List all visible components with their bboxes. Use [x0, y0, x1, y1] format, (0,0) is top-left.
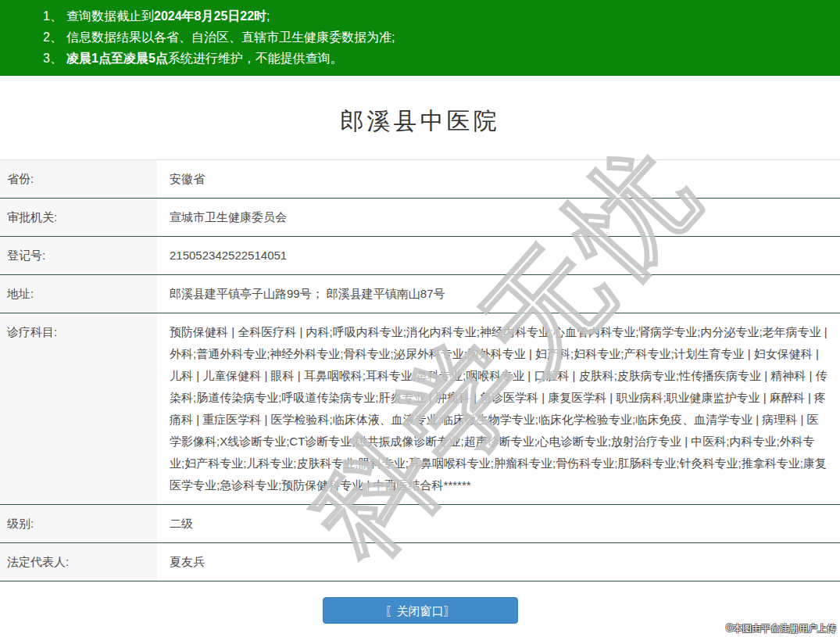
row-label: 地址:: [0, 275, 158, 313]
table-row-legal-representative: 法定代表人: 夏友兵: [0, 543, 840, 582]
table-row-province: 省份: 安徽省: [0, 160, 840, 199]
upload-credit-watermark: ©本图由平台注册用户上传: [726, 622, 836, 635]
row-value: 预防保健科 | 全科医疗科 | 内科;呼吸内科专业;消化内科专业;神经内科专业;…: [158, 313, 840, 504]
row-value: 二级: [158, 505, 840, 542]
table-row-address: 地址: 郎溪县建平镇亭子山路99号； 郎溪县建平镇南山87号: [0, 275, 840, 313]
notice-bar: 1、 查询数据截止到2024年8月25日22时; 2、 信息数据结果以各省、自治…: [0, 0, 840, 76]
notice-text: 凌晨1点至凌晨5点系统进行维护，不能提供查询。: [66, 48, 343, 69]
row-label: 省份:: [0, 160, 158, 198]
notice-line-1: 1、 查询数据截止到2024年8月25日22时;: [43, 5, 832, 27]
row-label: 法定代表人:: [0, 543, 158, 581]
row-label: 登记号:: [0, 237, 158, 274]
row-label: 审批机关:: [0, 199, 158, 236]
row-value: 215052342522514051: [158, 237, 840, 274]
button-row: 〖关闭窗口〗: [0, 597, 840, 624]
hospital-info-table: 省份: 安徽省 审批机关: 宣城市卫生健康委员会 登记号: 2150523425…: [0, 159, 840, 582]
page-title: 郎溪县中医院: [0, 106, 840, 138]
table-row-departments: 诊疗科目: 预防保健科 | 全科医疗科 | 内科;呼吸内科专业;消化内科专业;神…: [0, 313, 840, 505]
close-window-button[interactable]: 〖关闭窗口〗: [323, 597, 518, 624]
row-value: 宣城市卫生健康委员会: [158, 199, 840, 236]
notice-number: 3、: [43, 48, 66, 69]
row-value: 安徽省: [158, 160, 840, 198]
notice-text: 信息数据结果以各省、自治区、直辖市卫生健康委数据为准;: [66, 27, 395, 48]
row-value: 夏友兵: [158, 543, 840, 581]
table-row-registration-number: 登记号: 215052342522514051: [0, 237, 840, 275]
notice-line-3: 3、 凌晨1点至凌晨5点系统进行维护，不能提供查询。: [43, 48, 832, 69]
table-row-approval-authority: 审批机关: 宣城市卫生健康委员会: [0, 199, 840, 237]
row-label: 级别:: [0, 505, 158, 542]
notice-text: 查询数据截止到2024年8月25日22时;: [66, 5, 270, 27]
row-label: 诊疗科目:: [0, 313, 158, 504]
notice-number: 2、: [43, 27, 66, 48]
notice-line-2: 2、 信息数据结果以各省、自治区、直辖市卫生健康委数据为准;: [43, 27, 832, 48]
notice-number: 1、: [43, 5, 66, 27]
table-row-level: 级别: 二级: [0, 505, 840, 543]
row-value: 郎溪县建平镇亭子山路99号； 郎溪县建平镇南山87号: [158, 275, 840, 313]
